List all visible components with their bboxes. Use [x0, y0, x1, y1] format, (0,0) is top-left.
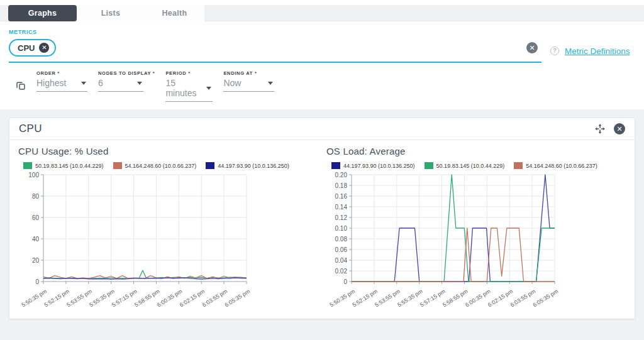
svg-text:6:03:55 pm: 6:03:55 pm [201, 288, 228, 308]
help-icon[interactable]: ? [550, 47, 559, 55]
filter-order: ORDER * Highest [36, 70, 87, 92]
chart-plot: 0204060801005:50:35 pm5:52:15 pm5:53:55 … [18, 170, 326, 311]
svg-text:5:58:55 pm: 5:58:55 pm [133, 288, 160, 308]
chart-os-load: OS Load: Average 44.197.93.90 (10.0.136.… [326, 146, 635, 311]
svg-text:5:52:15 pm: 5:52:15 pm [43, 288, 70, 308]
filter-nodes-label: NODES TO DISPLAY * [98, 70, 155, 76]
legend-swatch-icon [23, 162, 32, 169]
legend-item: 50.19.83.145 (10.0.44.229) [425, 162, 505, 169]
legend-swatch-icon [425, 162, 433, 169]
chevron-down-icon [81, 82, 86, 85]
svg-text:0.06: 0.06 [335, 246, 348, 253]
metric-chip-label: CPU [18, 43, 35, 53]
legend-label: 50.19.83.145 (10.0.44.229) [35, 163, 104, 169]
legend-label: 54.164.248.60 (10.0.66.237) [526, 163, 597, 169]
legend-label: 54.164.248.60 (10.0.66.237) [125, 163, 197, 169]
filters-row: ORDER * Highest NODES TO DISPLAY * 6 PER… [0, 63, 644, 109]
svg-text:5:50:35 pm: 5:50:35 pm [329, 288, 356, 308]
svg-text:0.16: 0.16 [335, 193, 348, 200]
svg-text:6:02:15 pm: 6:02:15 pm [179, 288, 206, 308]
series-line [352, 228, 555, 282]
filter-ending-label: ENDING AT * [223, 70, 274, 76]
legend-swatch-icon [514, 162, 523, 169]
svg-text:5:53:55 pm: 5:53:55 pm [374, 288, 401, 308]
svg-text:5:57:15 pm: 5:57:15 pm [419, 288, 446, 308]
filter-period-select[interactable]: 15 minutes [165, 76, 213, 102]
filter-period: PERIOD * 15 minutes [165, 70, 213, 102]
metric-chip-cpu[interactable]: CPU ✕ [9, 39, 56, 57]
filter-nodes-value: 6 [98, 78, 103, 88]
panel-close-icon[interactable]: ✕ [614, 123, 625, 134]
filter-nodes-select[interactable]: 6 [98, 76, 143, 92]
clear-metrics-icon[interactable]: ✕ [526, 42, 538, 53]
svg-text:6:00:35 pm: 6:00:35 pm [156, 288, 183, 308]
tab-lists[interactable]: Lists [77, 5, 145, 21]
chart-canvas: 00.020.040.060.080.100.120.140.160.180.2… [326, 170, 611, 311]
chart-title: CPU Usage: % Used [18, 146, 326, 156]
filter-ending: ENDING AT * Now [223, 70, 274, 92]
svg-text:80: 80 [32, 193, 40, 200]
dashboard-content: CPU ✕ CPU Usage: % Used 50.19.83.145 (10… [0, 109, 644, 340]
legend-item: 44.197.93.90 (10.0.136.250) [206, 162, 289, 169]
svg-text:0.10: 0.10 [335, 225, 348, 232]
chevron-down-icon [206, 87, 211, 90]
metrics-label: METRICS [9, 29, 635, 35]
legend-swatch-icon [331, 162, 340, 169]
panel-title: CPU [19, 123, 42, 135]
svg-text:5:52:15 pm: 5:52:15 pm [351, 288, 378, 308]
metrics-input[interactable]: CPU ✕ ✕ [9, 39, 541, 63]
charts-area: CPU Usage: % Used 50.19.83.145 (10.0.44.… [9, 140, 635, 311]
filter-order-select[interactable]: Highest [36, 76, 87, 92]
chart-legend: 50.19.83.145 (10.0.44.229)54.164.248.60 … [23, 162, 326, 169]
legend-swatch-icon [113, 162, 122, 169]
chart-title: OS Load: Average [326, 146, 635, 156]
legend-label: 44.197.93.90 (10.0.136.250) [343, 163, 415, 169]
svg-text:0.18: 0.18 [335, 182, 348, 189]
legend-item: 54.164.248.60 (10.0.66.237) [113, 162, 197, 169]
filter-ending-select[interactable]: Now [223, 76, 274, 92]
tab-graphs[interactable]: Graphs [8, 5, 77, 21]
svg-text:5:53:55 pm: 5:53:55 pm [65, 288, 92, 308]
chart-legend: 44.197.93.90 (10.0.136.250)50.19.83.145 … [331, 162, 635, 169]
svg-text:0.08: 0.08 [335, 236, 348, 243]
tab-health[interactable]: Health [145, 5, 204, 21]
svg-text:0.20: 0.20 [335, 172, 348, 178]
svg-text:5:55:35 pm: 5:55:35 pm [88, 288, 115, 308]
svg-text:6:00:35 pm: 6:00:35 pm [464, 288, 491, 308]
filter-period-label: PERIOD * [165, 70, 213, 76]
svg-text:5:50:35 pm: 5:50:35 pm [21, 288, 48, 308]
svg-text:40: 40 [32, 236, 40, 243]
svg-text:5:58:55 pm: 5:58:55 pm [441, 288, 469, 308]
svg-text:6:05:35 pm: 6:05:35 pm [224, 288, 251, 308]
move-icon[interactable] [594, 123, 606, 134]
svg-text:0: 0 [343, 278, 347, 285]
svg-text:6:05:35 pm: 6:05:35 pm [532, 288, 559, 308]
metric-definitions-link[interactable]: Metric Definitions [565, 47, 630, 56]
chart-canvas: 0204060801005:50:35 pm5:52:15 pm5:53:55 … [18, 170, 303, 311]
svg-text:20: 20 [32, 257, 40, 264]
filter-order-label: ORDER * [36, 70, 87, 76]
chevron-down-icon [137, 82, 142, 85]
svg-text:5:57:15 pm: 5:57:15 pm [111, 288, 138, 308]
copy-icon[interactable] [16, 80, 26, 90]
svg-text:60: 60 [32, 214, 40, 221]
svg-text:0.12: 0.12 [335, 214, 348, 221]
svg-text:0.04: 0.04 [335, 257, 348, 264]
chart-plot: 00.020.040.060.080.100.120.140.160.180.2… [326, 170, 635, 311]
svg-text:100: 100 [28, 172, 39, 178]
chevron-down-icon [268, 82, 273, 85]
svg-text:5:55:35 pm: 5:55:35 pm [396, 288, 423, 308]
filter-nodes: NODES TO DISPLAY * 6 [98, 70, 155, 92]
svg-text:0.02: 0.02 [335, 268, 348, 275]
filter-order-value: Highest [36, 78, 66, 88]
svg-text:0.14: 0.14 [335, 204, 348, 211]
metrics-section: METRICS CPU ✕ ✕ ? Metric Definitions [0, 21, 644, 63]
chart-cpu-usage: CPU Usage: % Used 50.19.83.145 (10.0.44.… [18, 146, 326, 311]
legend-item: 44.197.93.90 (10.0.136.250) [331, 162, 415, 169]
svg-text:0: 0 [35, 278, 39, 285]
filter-period-value: 15 minutes [165, 78, 201, 98]
chip-remove-icon[interactable]: ✕ [39, 43, 49, 53]
legend-label: 44.197.93.90 (10.0.136.250) [218, 163, 289, 169]
tab-bar: Graphs Lists Health [0, 5, 644, 21]
cpu-panel-header: CPU ✕ [9, 118, 635, 140]
